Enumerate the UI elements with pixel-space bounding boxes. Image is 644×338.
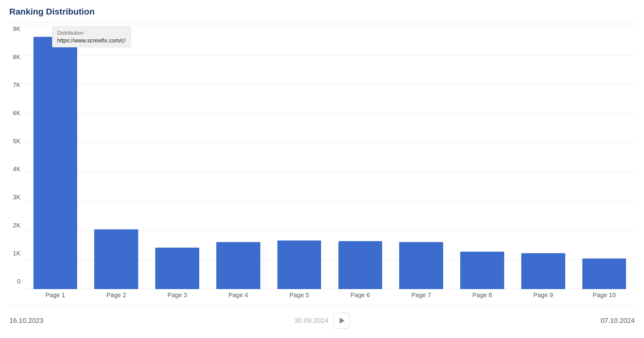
x-axis-label: Page 10 [574, 292, 635, 299]
start-date: 16.10.2023 [9, 317, 43, 325]
bar[interactable] [338, 241, 382, 289]
bar-group [147, 26, 208, 289]
timeline-center: 30.09.2024 [294, 313, 350, 329]
bar[interactable] [277, 240, 321, 289]
y-axis-label: 8K [9, 54, 20, 60]
bar-group [269, 26, 330, 289]
bar[interactable] [460, 252, 504, 289]
chart-inner: Distributionhttps://www.screwfix.com/c/ … [25, 26, 635, 299]
play-icon [340, 318, 345, 324]
y-axis-label: 7K [9, 82, 20, 88]
bar-group [574, 26, 635, 289]
x-axis-label: Page 5 [269, 292, 330, 299]
x-axis-label: Page 4 [208, 292, 269, 299]
bars-row: Distributionhttps://www.screwfix.com/c/ [25, 26, 635, 289]
end-date: 07.10.2024 [601, 317, 635, 325]
bar[interactable] [399, 242, 443, 289]
page-container: Ranking Distribution 01K2K3K4K5K6K7K8K9K… [0, 0, 644, 338]
bar-group [391, 26, 452, 289]
x-axis-label: Page 6 [330, 292, 391, 299]
x-axis-label: Page 1 [25, 292, 86, 299]
bar-group [452, 26, 513, 289]
page-title: Ranking Distribution [9, 7, 635, 17]
bar[interactable] [216, 242, 260, 289]
bar[interactable] [155, 248, 199, 289]
y-axis-label: 4K [9, 166, 20, 172]
x-axis-label: Page 3 [147, 292, 208, 299]
x-axis-label: Page 8 [452, 292, 513, 299]
grid-and-bars: Distributionhttps://www.screwfix.com/c/ [25, 26, 635, 289]
x-axis-label: Page 9 [513, 292, 574, 299]
bar-group [86, 26, 147, 289]
bar-group [513, 26, 574, 289]
y-axis-label: 2K [9, 222, 20, 228]
x-axis-label: Page 2 [86, 292, 147, 299]
y-axis-label: 1K [9, 250, 20, 256]
chart-area: 01K2K3K4K5K6K7K8K9K Distributionhttps://… [9, 22, 635, 299]
bar-group: Distributionhttps://www.screwfix.com/c/ [25, 26, 86, 289]
x-axis-label: Page 7 [391, 292, 452, 299]
y-axis-label: 9K [9, 26, 20, 32]
x-axis: Page 1Page 2Page 3Page 4Page 5Page 6Page… [25, 292, 635, 299]
y-axis-label: 0 [9, 278, 20, 284]
bar[interactable] [94, 229, 138, 289]
bottom-section: 16.10.2023 30.09.2024 07.10.2024 [9, 305, 635, 332]
bar-group [330, 26, 391, 289]
y-axis: 01K2K3K4K5K6K7K8K9K [9, 26, 25, 299]
bar[interactable] [521, 253, 565, 289]
y-axis-label: 3K [9, 194, 20, 200]
center-date: 30.09.2024 [294, 317, 329, 325]
chart-wrapper: 01K2K3K4K5K6K7K8K9K Distributionhttps://… [9, 26, 635, 299]
bar[interactable] [582, 258, 626, 289]
y-axis-label: 5K [9, 138, 20, 144]
bar[interactable]: Distributionhttps://www.screwfix.com/c/ [33, 37, 77, 289]
bar-group [208, 26, 269, 289]
play-button[interactable] [333, 313, 350, 329]
y-axis-label: 6K [9, 110, 20, 116]
